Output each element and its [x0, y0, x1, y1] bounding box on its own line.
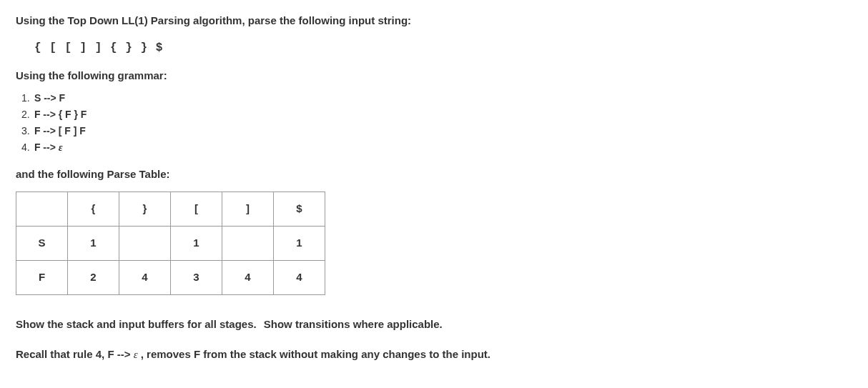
- input-string: { [ [ ] ] { } } $: [34, 39, 852, 56]
- parse-table-intro: and the following Parse Table:: [16, 166, 852, 183]
- rule-body: S --> F: [34, 92, 65, 104]
- grammar-list: 1. S --> F 2. F --> { F } F 3. F --> [ F…: [21, 91, 852, 155]
- grammar-rule-4: 4. F --> ε: [21, 140, 852, 155]
- table-header-row: { } [ ] $: [16, 191, 325, 226]
- rule-body: F --> [ F ] F: [34, 125, 86, 136]
- rule-body: F --> ε: [34, 141, 63, 153]
- cell: 4: [274, 260, 325, 294]
- rule-num: 2.: [21, 107, 31, 122]
- cell: 4: [119, 260, 171, 294]
- header-cell-rbrace: }: [119, 191, 171, 226]
- row-label-s: S: [16, 226, 68, 260]
- cell: 2: [68, 260, 119, 294]
- header-cell-lbracket: [: [171, 191, 222, 226]
- grammar-rule-3: 3. F --> [ F ] F: [21, 124, 852, 139]
- row-label-f: F: [16, 260, 68, 294]
- rule-num: 3.: [21, 124, 31, 139]
- rule-body: F --> { F } F: [34, 109, 87, 120]
- intro-text: Using the Top Down LL(1) Parsing algorit…: [16, 13, 852, 29]
- cell: 1: [68, 226, 119, 260]
- cell: 4: [222, 260, 274, 294]
- parse-table: { } [ ] $ S 1 1 1 F 2 4 3 4 4: [16, 191, 325, 295]
- rule-num: 1.: [21, 91, 31, 106]
- grammar-intro: Using the following grammar:: [16, 68, 852, 84]
- cell: 1: [171, 226, 222, 260]
- cell: [119, 226, 171, 260]
- header-cell-lbrace: {: [68, 191, 119, 226]
- grammar-rule-2: 2. F --> { F } F: [21, 107, 852, 122]
- instruction-text: Show the stack and input buffers for all…: [16, 317, 852, 333]
- header-cell-empty: [16, 191, 68, 226]
- cell: [222, 226, 274, 260]
- table-row-f: F 2 4 3 4 4: [16, 260, 325, 294]
- rule-num: 4.: [21, 140, 31, 155]
- grammar-rule-1: 1. S --> F: [21, 91, 852, 106]
- table-row-s: S 1 1 1: [16, 226, 325, 260]
- header-cell-rbracket: ]: [222, 191, 274, 226]
- cell: 3: [171, 260, 222, 294]
- recall-text: Recall that rule 4, F --> ε , removes F …: [16, 347, 852, 363]
- cell: 1: [274, 226, 325, 260]
- header-cell-dollar: $: [274, 191, 325, 226]
